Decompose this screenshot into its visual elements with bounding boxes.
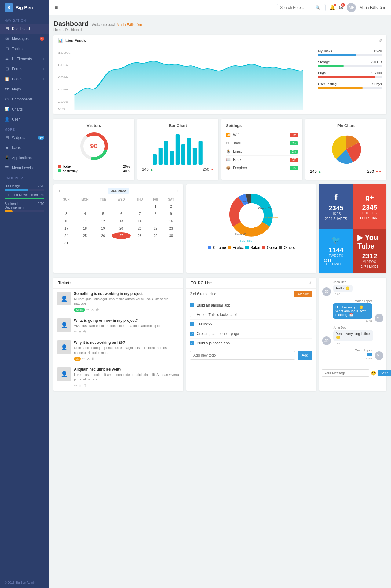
todo-item-1: ✓ Build an angular app <box>190 301 312 310</box>
linux-status[interactable]: On <box>290 150 298 154</box>
calendar-date[interactable]: 3 <box>58 210 75 217</box>
calendar-date[interactable]: 25 <box>75 232 94 239</box>
calendar-date[interactable]: 30 <box>163 232 179 239</box>
calendar-date[interactable] <box>131 203 148 210</box>
sidebar-item-user[interactable]: 👤 User <box>0 114 49 124</box>
sidebar-item-applications[interactable]: 📱 Applications <box>0 153 49 163</box>
sidebar-item-charts[interactable]: 📊 Charts <box>0 104 49 114</box>
ticket-delete2-icon[interactable]: 🗑 <box>83 330 87 334</box>
calendar-date[interactable] <box>58 203 75 210</box>
todo-check-4[interactable]: ✓ <box>190 332 194 336</box>
live-chart-svg: 100% 80% 60% 40% 20% 0% <box>58 49 309 110</box>
ticket-delete3-icon[interactable]: 🗑 <box>91 357 95 361</box>
emoji-icon[interactable]: 😊 <box>371 371 376 376</box>
menu-toggle-icon[interactable]: ≡ <box>55 5 58 10</box>
add-todo-button[interactable]: Add <box>298 351 312 360</box>
calendar-date[interactable]: 12 <box>95 218 111 224</box>
calendar-date[interactable]: 8 <box>149 210 163 217</box>
chat-input[interactable] <box>322 369 369 377</box>
calendar-date[interactable]: 16 <box>163 218 179 224</box>
sidebar-item-menu-levels[interactable]: ☰ Menu Levels <box>0 163 49 173</box>
sidebar-item-ui-elements[interactable]: ◈ UI Elements › <box>0 54 49 64</box>
ticket-close3-icon[interactable]: ✕ <box>87 357 90 361</box>
calendar-date[interactable]: 17 <box>58 225 75 232</box>
calendar-date[interactable]: 14 <box>131 218 148 224</box>
cal-prev[interactable]: ‹ <box>59 189 60 193</box>
calendar-date[interactable]: 1 <box>149 203 163 210</box>
calendar-date[interactable]: 6 <box>112 210 130 217</box>
calendar-date[interactable] <box>75 240 94 246</box>
ticket-close4-icon[interactable]: ✕ <box>79 383 82 388</box>
calendar-date[interactable]: 24 <box>58 232 75 239</box>
calendar-date[interactable] <box>112 203 130 210</box>
mail-button[interactable]: ✉ 5 <box>339 5 343 10</box>
ticket-edit3-icon[interactable]: ✏ <box>82 357 85 361</box>
ticket-delete4-icon[interactable]: 🗑 <box>83 383 87 388</box>
calendar-date[interactable]: 21 <box>131 225 148 232</box>
sidebar-item-tables[interactable]: ⊟ Tables <box>0 44 49 54</box>
ticket-edit4-icon[interactable]: ✏ <box>74 383 77 388</box>
ticket-edit2-icon[interactable]: ✏ <box>74 330 77 334</box>
calendar-date[interactable]: 28 <box>131 232 148 239</box>
sidebar-item-pages[interactable]: 📋 Pages › <box>0 74 49 84</box>
notification-bell[interactable]: 🔔 <box>329 5 335 10</box>
youtube-item: ▶ You Tube 2312 VIDEOS 2478 LIKES <box>353 229 386 273</box>
sidebar-item-dashboard[interactable]: ⊞ Dashboard <box>0 24 49 34</box>
calendar-date[interactable] <box>75 203 94 210</box>
calendar-date[interactable]: 11 <box>75 218 94 224</box>
calendar-date[interactable]: 19 <box>95 225 111 232</box>
calendar-date[interactable]: 10 <box>58 218 75 224</box>
chat-msg-4: ML Marco Lopes 10:01 <box>322 349 383 360</box>
calendar-date[interactable]: 22 <box>149 225 163 232</box>
sidebar-item-maps[interactable]: 🗺 Maps <box>0 84 49 94</box>
calendar-date[interactable] <box>163 240 179 246</box>
sidebar-item-components[interactable]: ⚙ Components <box>0 94 49 104</box>
wifi-status[interactable]: Off <box>290 133 298 137</box>
calendar-date[interactable]: 29 <box>149 232 163 239</box>
ticket-delete-icon[interactable]: 🗑 <box>96 308 99 312</box>
refresh-icon[interactable]: ↺ <box>379 38 382 43</box>
email-status[interactable]: On <box>290 141 298 145</box>
todo-check-1[interactable]: ✓ <box>190 303 194 307</box>
calendar-date[interactable] <box>149 240 163 246</box>
calendar-date[interactable]: 7 <box>131 210 148 217</box>
book-status[interactable]: Off <box>290 158 298 162</box>
cal-next[interactable]: › <box>177 189 178 193</box>
calendar-date[interactable]: 13 <box>112 218 130 224</box>
calendar-date[interactable]: 5 <box>95 210 111 217</box>
ticket-content-1: Something is not working in my project N… <box>74 292 180 312</box>
todo-input[interactable] <box>190 351 295 360</box>
calendar-date[interactable]: 15 <box>149 218 163 224</box>
calendar-date[interactable] <box>95 240 111 246</box>
calendar-date[interactable]: 23 <box>163 225 179 232</box>
sidebar-item-messages[interactable]: ✉ Messages 6 <box>0 34 49 44</box>
ticket-close-icon[interactable]: ✕ <box>91 308 94 312</box>
todo-check-5[interactable]: ✓ <box>190 341 194 345</box>
calendar-date[interactable]: 9 <box>163 210 179 217</box>
ticket-close2-icon[interactable]: ✕ <box>79 330 82 334</box>
send-button[interactable]: Send <box>378 370 391 376</box>
todo-check-2[interactable] <box>190 313 194 317</box>
sidebar-item-icons[interactable]: ★ Icons › <box>0 143 49 153</box>
calendar-date[interactable]: 2 <box>163 203 179 210</box>
calendar-date[interactable] <box>95 203 111 210</box>
todo-refresh-icon[interactable]: ↺ <box>309 281 312 285</box>
todo-check-3[interactable]: ✓ <box>190 322 194 326</box>
calendar-date[interactable] <box>131 240 148 246</box>
dropbox-status[interactable]: On <box>290 166 298 170</box>
sidebar-item-widgets[interactable]: ⊞ Widgets 10 <box>0 132 49 143</box>
calendar-date[interactable]: 4 <box>75 210 94 217</box>
calendar-date[interactable]: 26 <box>95 232 111 239</box>
ticket-edit-icon[interactable]: ✏ <box>86 308 90 312</box>
sidebar-item-forms[interactable]: ⊞ Forms › <box>0 64 49 74</box>
settings-linux: 🐧 Linux On <box>226 147 298 156</box>
calendar-date[interactable] <box>112 240 130 246</box>
calendar-date[interactable]: 27 <box>112 232 130 239</box>
archive-button[interactable]: Archive <box>294 291 312 297</box>
calendar-date[interactable]: 18 <box>75 225 94 232</box>
arrow-icon: › <box>43 57 44 60</box>
calendar-date[interactable]: 20 <box>112 225 130 232</box>
calendar-date[interactable]: 31 <box>58 240 75 246</box>
search-input[interactable] <box>280 5 314 10</box>
app-logo[interactable]: B Big Ben <box>0 0 49 15</box>
